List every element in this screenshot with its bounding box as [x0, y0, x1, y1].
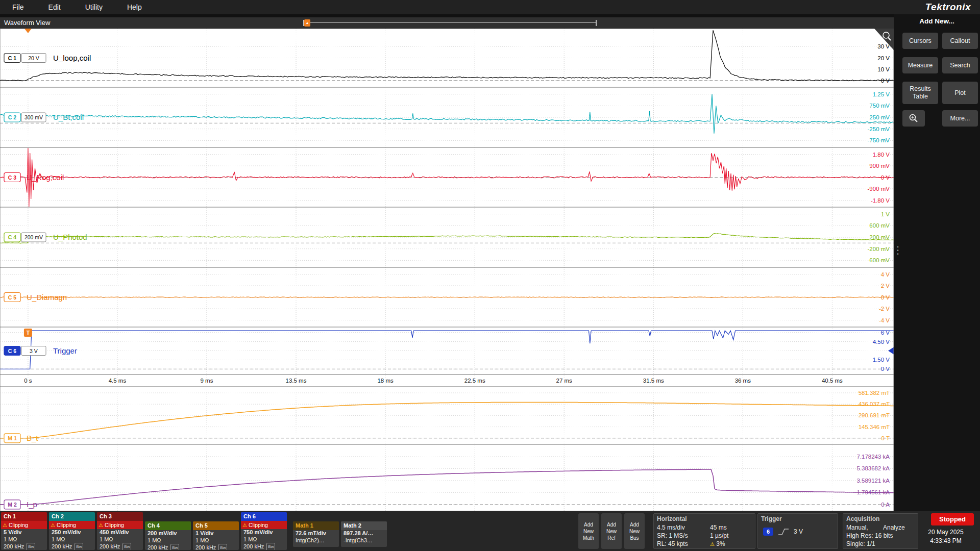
search-button[interactable]: Search: [942, 57, 978, 73]
trace-c5: [0, 297, 894, 297]
tick-label-c3: 0 V: [881, 174, 890, 181]
waveform-plot-area[interactable]: 30 V20 V10 V0 V1.25 V750 mV250 mV-250 mV…: [0, 29, 894, 511]
badge-scale-c2: 300 mV: [24, 114, 43, 120]
clipping-warning: ⚠ Clipping: [1, 521, 47, 529]
menu-items: FileEditUtilityHelp: [0, 3, 154, 11]
tick-label-m2: 3.589121 kA: [856, 478, 890, 484]
add-new-ref-button[interactable]: AddNewRef: [601, 513, 622, 549]
badge-line: 250 mV/div: [49, 529, 95, 536]
x-tick-label: 4.5 ms: [109, 378, 127, 384]
warning-icon: ⚠: [51, 522, 55, 528]
add-new-bus-button[interactable]: AddNewBus: [624, 513, 645, 549]
svg-text:C 6: C 6: [8, 348, 17, 354]
tick-label-c1: 0 V: [881, 78, 890, 84]
horizontal-title: Horizontal: [654, 514, 755, 523]
x-tick-label: 13.5 ms: [286, 378, 307, 384]
channel-badge-m2[interactable]: M 2I_p: [4, 500, 37, 509]
cursors-button[interactable]: Cursors: [902, 33, 938, 49]
svg-text:C 3: C 3: [8, 174, 17, 181]
callout-button[interactable]: Callout: [942, 33, 978, 49]
bottom-settings-bar: Horizontal 4.5 ms/div45 ms SR: 1 MS/s1 µ…: [0, 511, 980, 551]
tick-label-m1: 581.382 mT: [859, 390, 890, 396]
tick-label-c4: -600 mV: [868, 257, 890, 263]
trigger-source-marker[interactable]: T: [24, 329, 32, 337]
channel-badge-c4[interactable]: C 4200 mVU_Photod: [4, 233, 87, 242]
x-tick-label: 40.5 ms: [822, 378, 843, 384]
expansion-point-marker[interactable]: ▲: [304, 19, 310, 27]
tick-label-c3: 1.80 V: [873, 152, 890, 158]
bottom-badge-ch-4[interactable]: Ch 4200 mV/div1 MΩ200 kHzBw: [145, 521, 191, 550]
channel-badge-c6[interactable]: C 63 VTrigger: [4, 346, 77, 356]
tick-label-c5: 4 V: [881, 271, 890, 278]
acquisition-resolution: High Res: 16 bits: [843, 532, 918, 540]
bottom-badge-ch-6[interactable]: Ch 6⚠ Clipping750 mV/div1 MΩ200 kHzBw: [241, 512, 287, 550]
tick-label-m1: 145.346 mT: [859, 424, 890, 430]
badge-line: 200 kHzBw: [145, 544, 191, 550]
panel-splitter-grip[interactable]: ⋮: [893, 248, 903, 253]
tick-label-c6: 1.50 V: [873, 357, 890, 363]
bottom-badge-math-1[interactable]: Math 172.6 mT/divIntg(Ch2)…: [293, 521, 339, 547]
channel-label-c6: Trigger: [53, 346, 77, 355]
tick-label-c2: -250 mV: [868, 126, 890, 132]
menu-item-edit[interactable]: Edit: [36, 3, 73, 11]
acquisition-single: Single: 1/1: [843, 540, 918, 548]
channel-badge-c5[interactable]: C 5U_Diamagn: [4, 293, 67, 302]
badge-line: -Intg(Ch3…: [341, 537, 387, 544]
acquisition-analyze: Analyze: [883, 524, 905, 531]
current-date: 20 May 2025: [917, 528, 975, 537]
minimap-right-cap[interactable]: [596, 20, 597, 26]
tick-label-c5: 2 V: [881, 283, 890, 289]
more-button[interactable]: More...: [942, 110, 978, 127]
bandwidth-icon: Bw: [75, 543, 83, 550]
acquisition-panel[interactable]: Acquisition Manual,Analyze High Res: 16 …: [843, 513, 918, 549]
trigger-panel[interactable]: Trigger 6 3 V: [757, 513, 838, 549]
trigger-level: 3 V: [794, 528, 803, 535]
results-table-button[interactable]: Results Table: [902, 82, 938, 104]
x-tick-label: 31.5 ms: [643, 378, 664, 384]
channel-label-c5: U_Diamagn: [27, 293, 67, 302]
bottom-badge-ch-5[interactable]: Ch 51 V/div1 MΩ200 kHzBw: [193, 521, 239, 550]
menu-item-utility[interactable]: Utility: [73, 3, 115, 11]
measure-button[interactable]: Measure: [902, 57, 938, 73]
channel-badge-c2[interactable]: C 2300 mVU_Bt,coil: [4, 113, 84, 122]
tick-label-c5: -2 V: [879, 306, 890, 312]
waveform-plot[interactable]: 30 V20 V10 V0 V1.25 V750 mV250 mV-250 mV…: [0, 29, 894, 511]
horizontal-percent: 3%: [716, 540, 725, 547]
horizontal-panel[interactable]: Horizontal 4.5 ms/div45 ms SR: 1 MS/s1 µ…: [653, 513, 755, 549]
add-new-math-button[interactable]: AddNewMath: [578, 513, 599, 549]
bottom-badge-ch-3[interactable]: Ch 3⚠ Clipping450 mV/div1 MΩ200 kHzBw: [97, 512, 143, 550]
tick-label-c2: 1.25 V: [873, 91, 890, 97]
tick-label-c5: -4 V: [879, 317, 890, 323]
current-time: 4:33:43 PM: [917, 537, 975, 545]
bottom-badge-ch-2[interactable]: Ch 2⚠ Clipping250 mV/div1 MΩ200 kHzBw: [49, 512, 95, 550]
tick-label-c1: 10 V: [877, 66, 890, 72]
badge-line: 5 V/div: [1, 529, 47, 536]
badge-line: 1 MΩ: [193, 537, 239, 544]
bottom-badge-math-2[interactable]: Math 2897.28 A/…-Intg(Ch3…: [341, 521, 387, 547]
menu-item-help[interactable]: Help: [115, 3, 154, 11]
badge-line: 72.6 mT/div: [293, 530, 339, 537]
badge-title: Math 2: [341, 521, 387, 530]
stopped-indicator[interactable]: Stopped: [931, 513, 974, 525]
menu-item-file[interactable]: File: [0, 3, 36, 11]
add-new-header: Add New...: [894, 17, 980, 25]
badge-line: 1 MΩ: [145, 537, 191, 544]
svg-text:C 5: C 5: [8, 294, 17, 300]
acquisition-mode: Manual,: [846, 523, 883, 532]
badge-title: Math 1: [293, 521, 339, 530]
tick-label-c1: 20 V: [877, 55, 890, 61]
tick-label-m2: 5.383682 kA: [856, 465, 890, 471]
tick-label-c3: -900 mV: [868, 186, 890, 192]
bandwidth-icon: Bw: [218, 544, 227, 550]
svg-text:C 4: C 4: [8, 234, 17, 240]
plot-button[interactable]: Plot: [942, 82, 978, 104]
rising-edge-icon: [778, 528, 789, 536]
badge-line: 200 kHzBw: [49, 543, 95, 550]
tick-label-c3: -1.80 V: [871, 197, 890, 204]
bottom-badge-ch-1[interactable]: Ch 1⚠ Clipping5 V/div1 MΩ200 kHzBw: [1, 512, 47, 550]
zoom-button[interactable]: [902, 110, 925, 127]
channel-label-c1: U_loop,coil: [53, 54, 91, 62]
channel-badge-c3[interactable]: C 3U_Rog,coil: [4, 173, 64, 182]
minimap-window-line[interactable]: [303, 22, 597, 23]
clipping-warning: ⚠ Clipping: [241, 521, 287, 529]
